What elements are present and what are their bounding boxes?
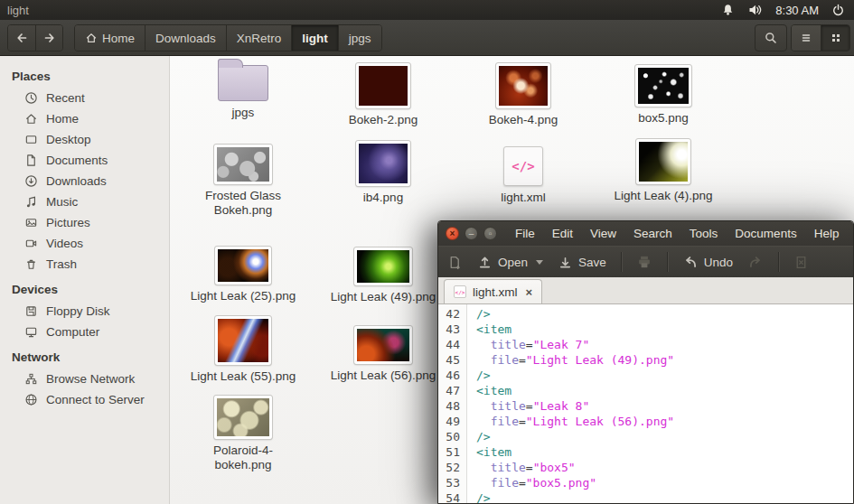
tab-light-xml[interactable]: </> light.xml × (444, 279, 542, 303)
trash-icon (24, 257, 38, 271)
menu-documents[interactable]: Documents (735, 227, 796, 240)
list-view-icon (799, 31, 813, 45)
sidebar-section-places: Places (0, 61, 169, 88)
image-thumbnail (635, 65, 691, 107)
gedit-window: × – ▫ File Edit View Search Tools Docume… (437, 220, 854, 504)
menu-view[interactable]: View (590, 227, 616, 240)
list-view-button[interactable] (792, 25, 821, 51)
file-polaroid-4-bokeh[interactable]: Polaroid-4-bokeh.png (174, 396, 313, 472)
gedit-titlebar[interactable]: × – ▫ File Edit View Search Tools Docume… (438, 221, 853, 246)
view-switcher (791, 24, 850, 51)
menu-file[interactable]: File (515, 227, 535, 240)
image-thumbnail (356, 63, 410, 108)
sidebar-item-browse-network[interactable]: Browse Network (0, 369, 169, 389)
minimize-button[interactable]: – (465, 227, 478, 240)
grid-view-icon (829, 31, 843, 45)
undo-button[interactable]: Undo (679, 254, 737, 270)
image-thumbnail (215, 247, 271, 285)
sidebar-item-pictures[interactable]: Pictures (0, 212, 169, 233)
printer-icon (636, 254, 652, 270)
new-document-button[interactable] (444, 255, 466, 270)
music-note-icon (24, 195, 38, 209)
file-manager-toolbar: Home Downloads XnRetro light jpgs (0, 20, 854, 56)
close-button[interactable]: × (446, 227, 459, 240)
breadcrumb-light-current[interactable]: light (291, 25, 338, 51)
sidebar-item-computer[interactable]: Computer (0, 322, 169, 342)
file-light-leak-55[interactable]: Light Leak (55).png (174, 316, 313, 384)
file-light-xml[interactable]: </> light.xml (454, 146, 593, 205)
tab-bar: </> light.xml × (438, 277, 853, 304)
file-light-leak-49[interactable]: Light Leak (49).png (314, 247, 453, 304)
file-light-leak-56[interactable]: Light Leak (56).png (314, 326, 453, 383)
sidebar-section-network: Network (0, 342, 169, 369)
menu-search[interactable]: Search (633, 227, 672, 240)
sidebar-section-devices: Devices (0, 275, 169, 301)
file-frosted-glass-bokeh[interactable]: Frosted Glass Bokeh.png (174, 145, 313, 218)
image-thumbnail (354, 326, 412, 364)
sidebar-item-connect-to-server[interactable]: Connect to Server (0, 389, 169, 410)
video-camera-icon (24, 237, 38, 250)
folder-icon (218, 65, 268, 101)
file-jpgs-folder[interactable]: jpgs (174, 58, 313, 120)
code-lines[interactable]: /><item title="Leak 7" file="Light Leak … (467, 304, 674, 504)
file-bokeh-2[interactable]: Bokeh-2.png (314, 63, 453, 127)
xml-tab-icon: </> (454, 285, 466, 298)
file-light-leak-25[interactable]: Light Leak (25).png (174, 247, 313, 303)
print-button[interactable] (633, 254, 656, 270)
notifications-bell-icon[interactable] (721, 3, 735, 17)
sidebar-item-recent[interactable]: Recent (0, 88, 169, 108)
open-button[interactable]: Open (474, 255, 547, 270)
sidebar-item-downloads[interactable]: Downloads (0, 171, 169, 191)
search-button[interactable] (755, 24, 787, 51)
computer-icon (24, 325, 38, 339)
back-button[interactable] (8, 25, 35, 51)
globe-icon (24, 393, 38, 406)
gedit-toolbar: Open Save Undo (438, 246, 853, 277)
text-editor[interactable]: 42434445464748495051525354 /><item title… (438, 304, 853, 504)
breadcrumb-downloads[interactable]: Downloads (145, 25, 226, 51)
file-box5[interactable]: box5.png (594, 65, 733, 126)
cut-button[interactable] (790, 255, 812, 270)
sidebar-item-videos[interactable]: Videos (0, 233, 169, 254)
file-ib4[interactable]: ib4.png (314, 141, 453, 205)
image-thumbnail (496, 63, 550, 108)
menu-tools[interactable]: Tools (690, 227, 718, 240)
menu-help[interactable]: Help (814, 227, 840, 240)
redo-button[interactable] (744, 254, 767, 270)
xml-file-icon: </> (503, 146, 543, 186)
sidebar-item-desktop[interactable]: Desktop (0, 129, 169, 150)
image-thumbnail (215, 316, 271, 365)
grid-view-button[interactable] (821, 25, 849, 51)
breadcrumb-xnretro[interactable]: XnRetro (226, 25, 292, 51)
menu-edit[interactable]: Edit (552, 227, 573, 240)
desktop: light 8:30 AM Home (0, 0, 854, 504)
sidebar: Places Recent Home Desktop Documents Dow… (0, 56, 170, 504)
sidebar-item-trash[interactable]: Trash (0, 254, 169, 275)
power-icon[interactable] (831, 4, 845, 17)
sidebar-item-music[interactable]: Music (0, 191, 169, 212)
breadcrumb-home[interactable]: Home (75, 25, 145, 51)
search-icon (764, 31, 778, 45)
sidebar-item-floppy-disk[interactable]: Floppy Disk (0, 301, 169, 322)
breadcrumb-jpgs[interactable]: jpgs (338, 25, 381, 51)
floppy-icon (24, 304, 38, 318)
volume-icon[interactable] (747, 3, 763, 17)
download-icon (24, 174, 38, 188)
maximize-button[interactable]: ▫ (483, 227, 497, 240)
home-icon (24, 112, 38, 126)
tab-close-icon[interactable]: × (526, 285, 533, 299)
sidebar-item-documents[interactable]: Documents (0, 150, 169, 171)
line-numbers: 42434445464748495051525354 (438, 304, 467, 504)
forward-button[interactable] (35, 25, 62, 51)
menu-bar: File Edit View Search Tools Documents He… (515, 227, 839, 240)
save-button[interactable]: Save (554, 255, 610, 270)
file-light-leak-4[interactable]: Light Leak (4).png (594, 139, 733, 203)
image-thumbnail (214, 396, 272, 439)
sidebar-item-home[interactable]: Home (0, 108, 169, 129)
file-bokeh-4[interactable]: Bokeh-4.png (454, 63, 593, 127)
open-dropdown-caret[interactable] (536, 260, 543, 265)
top-panel: light 8:30 AM (0, 0, 854, 20)
clock-icon (24, 91, 38, 105)
clock[interactable]: 8:30 AM (775, 4, 819, 17)
image-thumbnail (214, 145, 272, 184)
